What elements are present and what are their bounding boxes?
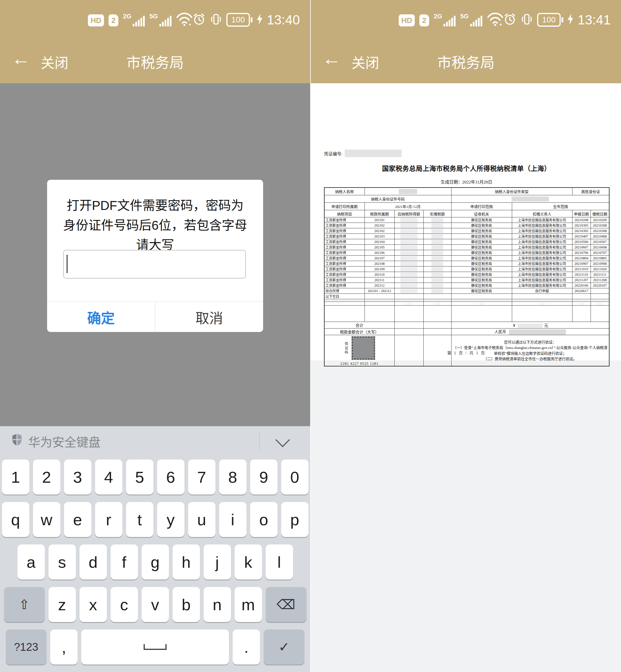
shield-icon — [11, 433, 23, 449]
dialog-message: 打开PDF文件需要密码，密码为身份证件号码后6位，若包含字母请大写 — [47, 180, 263, 255]
key-z[interactable]: z — [48, 587, 76, 622]
key-p[interactable]: p — [281, 502, 308, 537]
key-1[interactable]: 1 — [2, 460, 29, 495]
period-key[interactable]: . — [233, 630, 260, 665]
generation-date: 生成日期：2022年11月28日 — [324, 179, 609, 185]
battery-level: 100 — [226, 13, 250, 27]
right-status-right: 100 13:41 — [503, 10, 611, 30]
key-f[interactable]: f — [111, 545, 138, 580]
left-screen: HD 2 2G 5G — [0, 0, 310, 672]
keyboard-brand: 华为安全键盘 — [11, 432, 100, 450]
password-input[interactable] — [63, 250, 246, 279]
redacted-taxable-income — [401, 272, 417, 277]
redacted-tax-paid — [431, 223, 443, 228]
key-n[interactable]: n — [204, 587, 231, 622]
key-3[interactable]: 3 — [64, 460, 91, 495]
redacted-tax-paid — [431, 289, 443, 293]
key-7[interactable]: 7 — [188, 460, 215, 495]
redacted-tax-paid — [431, 251, 443, 255]
key-8[interactable]: 8 — [219, 460, 246, 495]
backspace-key[interactable]: ⌫ — [266, 587, 306, 622]
keyboard-row-top: qwertyuiop — [0, 502, 310, 537]
keyboard-row-bottom-letters: ⇧ zxcvbnm ⌫ — [0, 587, 310, 622]
key-l[interactable]: l — [266, 545, 293, 580]
key-v[interactable]: v — [141, 587, 169, 622]
signal-2g-icon: 2G — [434, 13, 456, 27]
key-0[interactable]: 0 — [281, 460, 308, 495]
voucher-number-line: 凭证编号: — [324, 149, 609, 157]
key-r[interactable]: r — [95, 502, 122, 537]
symbols-key[interactable]: ?123 — [6, 630, 46, 665]
key-m[interactable]: m — [235, 587, 262, 622]
key-w[interactable]: w — [33, 502, 60, 537]
dashed-separator-row — [324, 299, 609, 302]
left-topbar: HD 2 2G 5G — [0, 0, 310, 83]
space-glyph — [143, 644, 167, 650]
key-9[interactable]: 9 — [250, 460, 278, 495]
clock-time: 13:40 — [267, 12, 300, 28]
page-title: 市税务局 — [311, 51, 621, 72]
key-6[interactable]: 6 — [157, 460, 184, 495]
redacted-tax-paid — [431, 284, 443, 288]
signal-5g-icon: 5G — [149, 13, 171, 27]
shift-key[interactable]: ⇧ — [4, 587, 45, 622]
signal-5g-icon: 5G — [460, 13, 482, 27]
pdf-background — [311, 361, 621, 672]
voucher-label: 凭证编号: — [324, 151, 342, 157]
charging-bolt-icon — [567, 14, 574, 26]
redacted-taxable-income — [401, 284, 417, 288]
space-key[interactable] — [81, 630, 229, 665]
keyboard-zxcv-keys: zxcvbnm — [48, 587, 262, 622]
tax-table-row: 工资薪金所得202108静安区税务局上海市民信箱信息服务有限公司20210907… — [324, 261, 609, 266]
tax-table-row: 工资薪金所得202102静安区税务局上海市民信箱信息服务有限公司20210305… — [324, 228, 609, 234]
confirm-button[interactable]: 确定 — [47, 302, 155, 332]
tax-table-row: 工资薪金所得202106静安区税务局上海市民信箱信息服务有限公司20210706… — [324, 250, 609, 256]
key-x[interactable]: x — [80, 587, 107, 622]
tax-table-row: 工资薪金所得202105静安区税务局上海市民信箱信息服务有限公司20210607… — [324, 245, 609, 250]
redacted-taxable-income — [401, 289, 417, 293]
key-5[interactable]: 5 — [126, 460, 153, 495]
key-t[interactable]: t — [126, 502, 153, 537]
cancel-button[interactable]: 取消 — [155, 302, 263, 332]
redacted-taxable-income — [401, 262, 417, 266]
text-caret — [67, 255, 68, 273]
key-4[interactable]: 4 — [95, 460, 122, 495]
redacted-taxable-income — [401, 251, 417, 255]
redacted-taxable-income — [401, 267, 417, 271]
sim-card-icon: 2 — [419, 14, 429, 27]
key-q[interactable]: q — [2, 502, 29, 537]
key-g[interactable]: g — [141, 545, 169, 580]
key-o[interactable]: o — [250, 502, 278, 537]
tax-table-row: 工资薪金所得202110静安区税务局上海市民信箱信息服务有限公司20211110… — [324, 272, 609, 278]
wifi-icon — [176, 13, 193, 27]
key-k[interactable]: k — [235, 545, 262, 580]
net-5g-label: 5G — [149, 13, 158, 19]
key-i[interactable]: i — [219, 502, 246, 537]
key-j[interactable]: j — [204, 545, 231, 580]
key-y[interactable]: y — [157, 502, 184, 537]
currency-symbol: ￥ — [512, 323, 516, 328]
key-h[interactable]: h — [173, 545, 200, 580]
key-e[interactable]: e — [64, 502, 91, 537]
chevron-down-icon[interactable] — [276, 433, 290, 448]
key-d[interactable]: d — [80, 545, 107, 580]
key-s[interactable]: s — [48, 545, 76, 580]
redacted-voucher-number — [345, 150, 402, 157]
key-c[interactable]: c — [111, 587, 138, 622]
key-2[interactable]: 2 — [33, 460, 60, 495]
tax-table: 纳税人名称 纳税人身份证件类型 居民身份证 纳税人身份证件号码 申请打印所属期 … — [324, 187, 610, 367]
vibrate-icon — [210, 13, 222, 27]
key-b[interactable]: b — [173, 587, 200, 622]
redacted-taxable-income — [401, 234, 417, 239]
page-title: 市税务局 — [0, 51, 310, 72]
enter-key[interactable]: ✓ — [264, 630, 304, 665]
key-u[interactable]: u — [188, 502, 215, 537]
right-status-bar: HD 2 2G 5G — [311, 10, 621, 30]
key-a[interactable]: a — [17, 545, 45, 580]
vibrate-icon — [521, 13, 533, 27]
print-period-row: 申请打印所属期 2021年1月-12月 申请打印范围 全市范围 — [324, 203, 609, 210]
clock-time: 13:41 — [578, 12, 611, 28]
keyboard-row-space: ?123 , . ✓ — [0, 630, 310, 665]
comma-key[interactable]: , — [50, 630, 78, 665]
page-number: 第 1 页 / 共 1 页 — [324, 350, 609, 355]
